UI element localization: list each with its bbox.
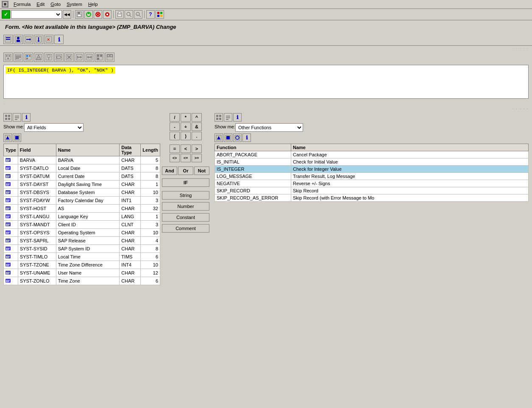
cust-btn[interactable]: [156, 10, 164, 19]
action-btn-2[interactable]: [14, 35, 23, 44]
table-row[interactable]: BFSYST-HOSTASCHAR32: [4, 205, 160, 213]
right-list-btn[interactable]: [224, 113, 232, 122]
op-pow[interactable]: ^: [192, 113, 202, 122]
back-btn[interactable]: ◀◀: [63, 10, 71, 19]
left-info-btn[interactable]: ℹ: [22, 113, 31, 122]
formula-btn-8[interactable]: [75, 53, 84, 62]
op-rparen[interactable]: ): [181, 132, 191, 140]
action-btn-1[interactable]: [3, 35, 13, 44]
func-table-row[interactable]: NEGATIVEReverse +/- Signs: [215, 180, 529, 187]
table-row[interactable]: BFSYST-ZONLOTime ZoneCHAR6: [4, 277, 160, 285]
op-and[interactable]: And: [162, 167, 177, 175]
left-list-btn[interactable]: [13, 113, 21, 122]
op-amp[interactable]: &: [192, 122, 202, 131]
formula-btn-10[interactable]: [95, 53, 104, 62]
func-table-row[interactable]: SKIP_RECORD_AS_ERRORSkip Record (with Er…: [215, 194, 529, 202]
table-row[interactable]: BFSYST-DBSYSDatabase SystemCHAR10: [4, 189, 160, 197]
command-field[interactable]: [11, 10, 62, 19]
functions-table: Function Name ABORT_PACKAGECancel Packag…: [214, 144, 529, 202]
find2-btn[interactable]: +: [134, 10, 142, 19]
op-eq[interactable]: =: [170, 144, 180, 153]
op-div[interactable]: /: [170, 113, 180, 122]
func-table-row[interactable]: IS_INTEGERCheck for Integer Value: [215, 166, 529, 173]
cell-type: BF: [4, 237, 18, 245]
left-sub-btn-1[interactable]: [3, 133, 12, 142]
formula-btn-11[interactable]: [105, 53, 114, 62]
formula-btn-5[interactable]: [44, 53, 53, 62]
op-comment[interactable]: Comment: [162, 224, 209, 233]
func-table-row[interactable]: ABORT_PACKAGECancel Package: [215, 151, 529, 158]
table-row[interactable]: BFSYST-FDAYWFactory Calendar DayINT13: [4, 197, 160, 205]
op-add[interactable]: +: [181, 122, 191, 131]
op-or[interactable]: Or: [178, 167, 193, 175]
right-sub-btn-1[interactable]: [214, 133, 223, 142]
right-show-me-select[interactable]: Other FunctionsMath FunctionsString Func…: [235, 123, 303, 132]
table-row[interactable]: BFSYST-SYSIDSAP System IDCHAR8: [4, 245, 160, 253]
cancel-btn[interactable]: [94, 10, 102, 19]
menu-edit[interactable]: Edit: [34, 1, 47, 8]
formula-editor[interactable]: IF( IS_INTEGER( BARVA ), "OK", "NOK" ): [3, 65, 529, 99]
op-mul[interactable]: *: [181, 113, 191, 122]
table-row[interactable]: BFSYST-DATUMCurrent DateDATS8: [4, 172, 160, 180]
cell-name: Database System: [56, 189, 120, 197]
func-table-row[interactable]: LOG_MESSAGETransfer Result, Log Message: [215, 173, 529, 180]
op-lparen[interactable]: (: [170, 132, 180, 140]
op-string[interactable]: String: [162, 191, 209, 200]
table-row[interactable]: BFSYST-SAPRLSAP ReleaseCHAR4: [4, 237, 160, 245]
help-btn[interactable]: ?: [146, 10, 155, 19]
find-btn[interactable]: [125, 10, 133, 19]
print-btn[interactable]: [115, 10, 124, 19]
right-sub-btn-4[interactable]: ℹ: [242, 133, 251, 142]
table-row[interactable]: BFSYST-DAYSTDaylight Saving TimeCHAR1: [4, 180, 160, 189]
operator-panel: / * ^ - + & ( ) . = < > <> <= >=: [160, 113, 211, 285]
formula-btn-4[interactable]: [34, 53, 43, 62]
func-table-row[interactable]: SKIP_RECORDSkip Record: [215, 187, 529, 194]
action-btn-3[interactable]: [24, 35, 33, 44]
formula-btn-9[interactable]: [85, 53, 94, 62]
left-sub-btn-2[interactable]: [13, 133, 21, 142]
table-row[interactable]: BFSYST-LANGULanguage KeyLANG1: [4, 213, 160, 221]
op-ne[interactable]: <>: [170, 154, 180, 162]
menu-formula[interactable]: Formula: [11, 1, 33, 8]
stop-btn[interactable]: [103, 10, 111, 19]
right-sub-btn-3[interactable]: [233, 133, 242, 142]
formula-btn-2[interactable]: [14, 53, 23, 62]
left-show-me-select[interactable]: All FieldsSystem FieldsCustom Fields: [24, 123, 84, 132]
table-row[interactable]: BFBARVABARVACHAR5: [4, 156, 160, 164]
op-not[interactable]: Not: [194, 167, 209, 175]
menu-help[interactable]: Help: [86, 1, 100, 8]
save-btn[interactable]: [75, 10, 84, 19]
left-grid-btn[interactable]: [3, 113, 12, 122]
action-btn-info[interactable]: ℹ: [54, 35, 64, 44]
svg-rect-77: [8, 115, 10, 117]
op-le[interactable]: <=: [181, 154, 191, 162]
formula-btn-1[interactable]: [3, 53, 13, 62]
right-sub-btn-2[interactable]: [224, 133, 232, 142]
formula-btn-7[interactable]: [64, 53, 74, 62]
menu-system[interactable]: System: [64, 1, 85, 8]
op-gt[interactable]: >: [192, 144, 202, 153]
op-ge[interactable]: >=: [192, 154, 202, 162]
table-row[interactable]: BFSYST-UNAMEUser NameCHAR12: [4, 269, 160, 277]
op-dot[interactable]: .: [192, 132, 202, 140]
right-grid-btn[interactable]: [214, 113, 223, 122]
right-info-btn[interactable]: ℹ: [233, 113, 242, 122]
action-btn-5[interactable]: ✕: [44, 35, 53, 44]
menu-goto[interactable]: Goto: [48, 1, 63, 8]
table-row[interactable]: BFSYST-OPSYSOperating SystemCHAR10: [4, 229, 160, 237]
formula-btn-3[interactable]: [24, 53, 33, 62]
op-if[interactable]: IF: [162, 178, 209, 187]
table-row[interactable]: BFSYST-DATLOLocal DateDATS8: [4, 164, 160, 172]
op-constant[interactable]: Constant: [162, 213, 209, 222]
table-row[interactable]: BFSYST-TIMLOLocal TimeTIMS6: [4, 253, 160, 261]
op-number[interactable]: Number: [162, 202, 209, 211]
formula-btn-6[interactable]: [54, 53, 64, 62]
table-row[interactable]: BFSYST-MANDTClient IDCLNT3: [4, 221, 160, 229]
refresh-btn[interactable]: [84, 10, 93, 19]
table-row[interactable]: BFSYST-TZONETime Zone DifferenceINT410: [4, 261, 160, 269]
op-sub[interactable]: -: [170, 122, 180, 131]
func-table-row[interactable]: IS_INITIALCheck for Initial Value: [215, 158, 529, 166]
op-lt[interactable]: <: [181, 144, 191, 153]
ok-button[interactable]: [2, 10, 10, 19]
action-btn-4[interactable]: [34, 35, 43, 44]
